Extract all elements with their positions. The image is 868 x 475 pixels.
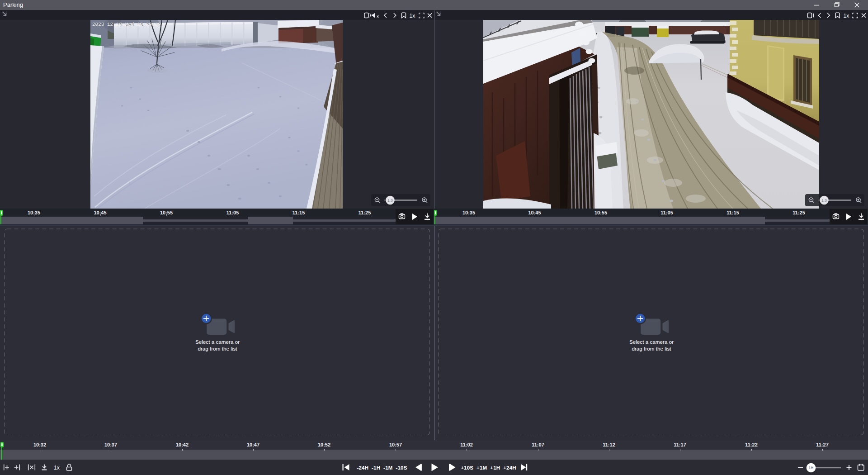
svg-text:1x: 1x (410, 13, 415, 19)
svg-text:1x: 1x (54, 465, 60, 471)
svg-text:1H: 1H (809, 466, 814, 470)
svg-text:2023 12 13 Wed 10:29:19: 2023 12 13 Wed 10:29:19 (92, 22, 161, 27)
svg-text:1.0: 1.0 (387, 198, 393, 203)
svg-text:+10S +1M +1H +24H: +10S +1M +1H +24H (461, 465, 516, 470)
svg-text:-24H -1H -1M -10S: -24H -1H -1M -10S (357, 465, 407, 470)
svg-text:1.0: 1.0 (821, 198, 827, 203)
svg-text:1x: 1x (844, 13, 849, 19)
